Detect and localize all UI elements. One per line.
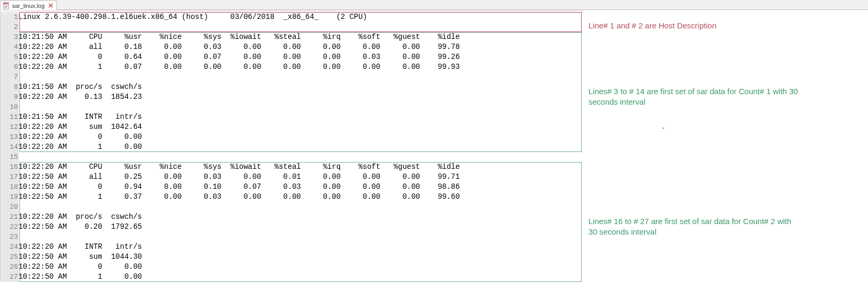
code-line: 2410:22:20 AM INTR intr/s — [1, 242, 583, 252]
main-area: 1Linux 2.6.39-400.298.1.el6uek.x86_64 (h… — [0, 10, 868, 282]
code-line: 2 — [1, 22, 583, 32]
code-text: 10:22:20 AM 0 0.64 0.00 0.07 0.00 0.00 0… — [18, 52, 583, 62]
code-text: 10:22:20 AM 1 0.00 — [18, 142, 583, 152]
code-line: 15 — [1, 152, 583, 162]
line-number: 26 — [1, 262, 18, 272]
line-number: 23 — [1, 232, 18, 242]
code-line: 2710:22:50 AM 1 0.00 — [1, 272, 583, 282]
code-text: 10:21:50 AM CPU %usr %nice %sys %iowait … — [18, 32, 583, 42]
file-icon — [3, 2, 10, 9]
line-number: 9 — [1, 92, 18, 102]
code-text — [18, 22, 583, 32]
code-line: 7 — [1, 72, 583, 82]
line-number: 3 — [1, 32, 18, 42]
code-line: 1310:22:20 AM 0 0.00 — [1, 132, 583, 142]
code-line: 510:22:20 AM 0 0.64 0.00 0.07 0.00 0.00 … — [1, 52, 583, 62]
code-line: 610:22:20 AM 1 0.07 0.00 0.00 0.00 0.00 … — [1, 62, 583, 72]
code-line: 10 — [1, 102, 583, 112]
code-text: 10:22:50 AM 1 0.37 0.00 0.03 0.00 0.00 0… — [18, 192, 583, 202]
line-number: 25 — [1, 252, 18, 262]
line-number: 14 — [1, 142, 18, 152]
code-text: 10:22:20 AM 0 0.00 — [18, 132, 583, 142]
annotation-dash: - — [662, 123, 665, 133]
code-text: 10:22:20 AM 0.13 1854.23 — [18, 92, 583, 102]
file-tab-label: sar_linux.log — [12, 3, 45, 9]
code-line: 810:21:50 AM proc/s cswch/s — [1, 82, 583, 92]
line-number: 12 — [1, 122, 18, 132]
editor-column: 1Linux 2.6.39-400.298.1.el6uek.x86_64 (h… — [0, 10, 583, 282]
line-number: 16 — [1, 162, 18, 172]
code-text — [18, 72, 583, 82]
line-number: 13 — [1, 132, 18, 142]
line-number: 24 — [1, 242, 18, 252]
code-text: 10:22:50 AM 0 0.00 — [18, 262, 583, 272]
code-line: 2510:22:50 AM sum 1044.30 — [1, 252, 583, 262]
line-number: 11 — [1, 112, 18, 122]
line-number: 6 — [1, 62, 18, 72]
code-text: 10:22:20 AM all 0.18 0.00 0.03 0.00 0.00… — [18, 42, 583, 52]
code-text: 10:21:50 AM proc/s cswch/s — [18, 82, 583, 92]
code-line: 910:22:20 AM 0.13 1854.23 — [1, 92, 583, 102]
code-line: 1910:22:50 AM 1 0.37 0.00 0.03 0.00 0.00… — [1, 192, 583, 202]
editor-table[interactable]: 1Linux 2.6.39-400.298.1.el6uek.x86_64 (h… — [0, 12, 583, 282]
line-number: 22 — [1, 222, 18, 232]
code-text: 10:22:50 AM 1 0.00 — [18, 272, 583, 282]
code-text: 10:21:50 AM INTR intr/s — [18, 112, 583, 122]
code-text — [18, 102, 583, 112]
code-text: 10:22:20 AM sum 1042.64 — [18, 122, 583, 132]
code-line: 1610:22:20 AM CPU %usr %nice %sys %iowai… — [1, 162, 583, 172]
annotation-count2: Lines# 16 to # 27 are first set of sar d… — [588, 216, 799, 238]
code-text: 10:22:20 AM 1 0.07 0.00 0.00 0.00 0.00 0… — [18, 62, 583, 72]
code-line: 1210:22:20 AM sum 1042.64 — [1, 122, 583, 132]
code-line: 23 — [1, 232, 583, 242]
code-line: 2110:22:20 AM proc/s cswch/s — [1, 212, 583, 222]
line-number: 17 — [1, 172, 18, 182]
line-number: 19 — [1, 192, 18, 202]
line-number: 4 — [1, 42, 18, 52]
close-icon[interactable] — [48, 3, 54, 8]
line-number: 15 — [1, 152, 18, 162]
code-line: 1110:21:50 AM INTR intr/s — [1, 112, 583, 122]
line-number: 1 — [1, 12, 18, 22]
code-text: 10:22:20 AM INTR intr/s — [18, 242, 583, 252]
line-number: 18 — [1, 182, 18, 192]
app-root: sar_linux.log 1Linux 2.6.39-400.298.1.el… — [0, 0, 868, 282]
code-line: 1410:22:20 AM 1 0.00 — [1, 142, 583, 152]
editor-wrap: 1Linux 2.6.39-400.298.1.el6uek.x86_64 (h… — [0, 12, 583, 282]
line-number: 10 — [1, 102, 18, 112]
code-text: 10:22:20 AM proc/s cswch/s — [18, 212, 583, 222]
code-line: 20 — [1, 202, 583, 212]
code-text: 10:22:50 AM sum 1044.30 — [18, 252, 583, 262]
code-line: 410:22:20 AM all 0.18 0.00 0.03 0.00 0.0… — [1, 42, 583, 52]
line-number: 20 — [1, 202, 18, 212]
line-number: 27 — [1, 272, 18, 282]
code-line: 1Linux 2.6.39-400.298.1.el6uek.x86_64 (h… — [1, 12, 583, 22]
annotation-host-description: Line# 1 and # 2 are Host Description — [588, 21, 788, 31]
code-text: 10:22:20 AM CPU %usr %nice %sys %iowait … — [18, 162, 583, 172]
code-line: 1810:22:50 AM 0 0.94 0.00 0.10 0.07 0.03… — [1, 182, 583, 192]
code-line: 2610:22:50 AM 0 0.00 — [1, 262, 583, 272]
code-text — [18, 232, 583, 242]
code-text: 10:22:50 AM 0.20 1792.65 — [18, 222, 583, 232]
line-number: 5 — [1, 52, 18, 62]
annotation-column: Line# 1 and # 2 are Host Description Lin… — [583, 10, 867, 282]
line-number: 8 — [1, 82, 18, 92]
file-tab-sar-linux-log[interactable]: sar_linux.log — [0, 1, 57, 10]
code-text — [18, 202, 583, 212]
code-text: 10:22:50 AM all 0.25 0.00 0.03 0.00 0.01… — [18, 172, 583, 182]
tabs-bar: sar_linux.log — [0, 0, 868, 10]
code-text: Linux 2.6.39-400.298.1.el6uek.x86_64 (ho… — [18, 12, 583, 22]
code-line: 1710:22:50 AM all 0.25 0.00 0.03 0.00 0.… — [1, 172, 583, 182]
code-text — [18, 152, 583, 162]
code-text: 10:22:50 AM 0 0.94 0.00 0.10 0.07 0.03 0… — [18, 182, 583, 192]
line-number: 7 — [1, 72, 18, 82]
line-number: 21 — [1, 212, 18, 222]
code-line: 310:21:50 AM CPU %usr %nice %sys %iowait… — [1, 32, 583, 42]
line-number: 2 — [1, 22, 18, 32]
annotation-count1: Lines# 3 to # 14 are first set of sar da… — [588, 86, 799, 108]
code-line: 2210:22:50 AM 0.20 1792.65 — [1, 222, 583, 232]
